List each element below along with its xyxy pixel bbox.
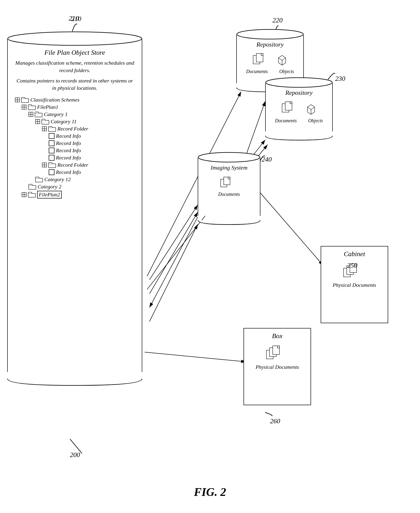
svg-line-2: [150, 217, 198, 308]
imaging-cylinder: Imaging System Documents: [198, 152, 260, 225]
recordinfo2-label: Record Info: [56, 140, 81, 146]
box-label: Box: [272, 332, 283, 340]
cabinet-box: Cabinet Physical Documents: [321, 246, 388, 323]
fileplan-desc1: Manages classification scheme, retention…: [15, 59, 135, 74]
classification-label: Classification Schemes: [30, 97, 79, 103]
folder-icon-1: [21, 97, 29, 103]
repo2-label: Repository: [285, 89, 313, 97]
label-250: 250: [347, 262, 357, 269]
svg-rect-33: [49, 141, 54, 146]
grid-icon-5: [42, 126, 47, 131]
tree-item-cat2: Category 2: [15, 183, 135, 190]
grid-icon-1: [15, 98, 20, 102]
label-200: 200: [70, 451, 80, 459]
tree-item-classification: Classification Schemes: [15, 97, 135, 103]
cat2-label: Category 2: [38, 183, 61, 190]
svg-point-65: [198, 152, 260, 162]
grid-icon-7: [22, 192, 27, 197]
imaging-label: Imaging System: [211, 164, 248, 172]
label-260: 260: [270, 417, 280, 425]
svg-rect-40: [49, 170, 54, 175]
checkbox-icon-4: [49, 155, 54, 161]
svg-marker-81: [278, 346, 279, 348]
svg-rect-46: [28, 193, 35, 197]
svg-line-1: [150, 212, 198, 294]
repo1-objects-label: Objects: [279, 69, 294, 74]
svg-line-7: [260, 193, 323, 265]
folder-icon-7: [35, 177, 43, 182]
cat12-label: Category 12: [44, 176, 71, 183]
fileplan1-label: FilePlan1: [37, 104, 58, 110]
tree-item-recordinfo2: Record Info: [15, 140, 135, 146]
checkbox-icon-5: [49, 169, 54, 175]
svg-line-0: [150, 205, 198, 280]
folder-icon-8: [29, 184, 36, 189]
recordinfo1-label: Record Info: [56, 133, 81, 139]
svg-line-4: [145, 352, 246, 362]
label-220: 220: [272, 16, 283, 24]
recordinfo5-label: Record Info: [56, 169, 81, 175]
svg-marker-51: [261, 53, 263, 55]
recordfolder2-label: Record Folder: [57, 162, 88, 168]
checkbox-icon-3: [49, 148, 54, 153]
tree-item-cat1: Category 1: [15, 111, 135, 117]
grid-icon-2: [22, 105, 27, 110]
cabinet-label: Cabinet: [344, 250, 365, 258]
folder-icon-2: [28, 104, 36, 110]
repo2-docs-label: Documents: [275, 118, 297, 123]
tree-item-recordinfo1: Record Info: [15, 133, 135, 139]
recordinfo4-label: Record Info: [56, 155, 81, 161]
folder-icon-5: [48, 126, 56, 132]
cat11-label: Category 11: [51, 118, 77, 125]
fig-label: FIG. 2: [194, 485, 226, 498]
svg-rect-34: [49, 148, 54, 153]
tree-item-recordfolder1: Record Folder: [15, 126, 135, 132]
checkbox-icon-1: [49, 133, 54, 139]
box-box: Box Physical Documents: [244, 328, 311, 405]
svg-line-3: [150, 224, 198, 322]
tree-item-fileplan1: FilePlan1: [15, 104, 135, 110]
folder-icon-4: [41, 119, 49, 124]
svg-rect-27: [42, 120, 49, 124]
svg-marker-69: [228, 177, 230, 179]
svg-point-11: [8, 32, 142, 45]
repo2-cylinder: Repository Docume: [265, 77, 333, 141]
tree-item-recordinfo5: Record Info: [15, 169, 135, 175]
file-tree: Classification Schemes FilePlan1: [15, 97, 135, 198]
repo2-objects-label: Objects: [308, 118, 323, 123]
svg-rect-31: [48, 128, 56, 131]
repo1-docs-label: Documents: [246, 69, 268, 74]
fileplan-desc2: Contains pointers to records stored in o…: [15, 77, 135, 92]
repo1-label: Repository: [256, 41, 284, 48]
recordinfo3-label: Record Info: [56, 147, 81, 154]
grid-icon-4: [35, 119, 40, 124]
tree-item-cat12: Category 12: [15, 176, 135, 183]
cat1-label: Category 1: [44, 111, 68, 117]
folder-icon-3: [35, 111, 42, 117]
grid-icon-3: [29, 112, 33, 117]
svg-rect-19: [28, 106, 35, 110]
tree-item-recordfolder2: Record Folder: [15, 162, 135, 168]
tree-item-recordinfo4: Record Info: [15, 155, 135, 161]
svg-marker-60: [290, 102, 292, 104]
svg-rect-32: [49, 133, 54, 139]
box-physical-label: Physical Documents: [255, 364, 299, 370]
fileplan-cylinder: File Plan Object Store Manages classific…: [7, 31, 142, 386]
label-210-text: 210: [69, 15, 79, 22]
label-240: 240: [262, 156, 272, 163]
cabinet-physical-label: Physical Documents: [333, 282, 376, 288]
svg-rect-15: [22, 99, 29, 103]
folder-icon-6: [48, 162, 56, 168]
grid-icon-6: [42, 163, 47, 167]
svg-rect-23: [35, 113, 42, 117]
imaging-docs-label: Documents: [218, 191, 240, 197]
recordfolder1-label: Record Folder: [57, 126, 88, 132]
tree-item-cat11: Category 11: [15, 118, 135, 125]
checkbox-icon-2: [49, 140, 54, 146]
fileplan2-label: FilePlan2: [37, 191, 62, 198]
svg-point-47: [237, 30, 303, 39]
tree-item-recordinfo3: Record Info: [15, 147, 135, 154]
svg-rect-39: [48, 164, 56, 168]
svg-rect-41: [35, 178, 43, 182]
label-230: 230: [335, 75, 345, 83]
